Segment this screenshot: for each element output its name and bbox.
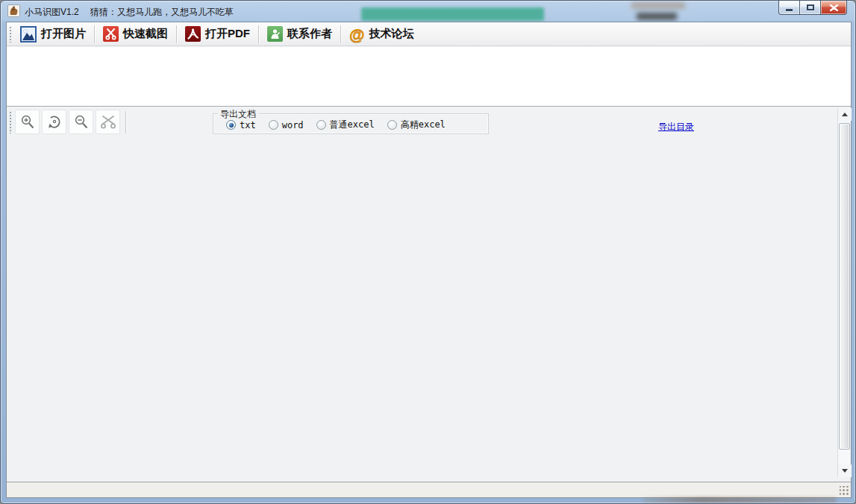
quick-screenshot-label: 快速截图: [123, 27, 168, 41]
client-area: 打开图片 快速截图: [6, 22, 852, 498]
window-subtitle: 猜猜：又想马儿跑，又想马儿不吃草: [90, 6, 234, 19]
radio-hiprecision-excel[interactable]: 高精excel: [387, 119, 446, 131]
cut-button[interactable]: [96, 110, 120, 134]
contact-author-icon: [267, 26, 283, 42]
tech-forum-at-icon: @: [349, 26, 364, 42]
radio-word-label: word: [282, 120, 304, 130]
maximize-icon: [807, 4, 814, 10]
open-image-label: 打开图片: [41, 27, 86, 41]
open-image-button[interactable]: 打开图片: [14, 23, 92, 45]
resize-grip[interactable]: [840, 486, 849, 496]
radio-circle-icon: [316, 120, 326, 130]
vertical-scrollbar[interactable]: [837, 108, 851, 477]
toolbar-separator: [340, 25, 341, 43]
export-directory-link[interactable]: 导出目录: [658, 121, 694, 133]
open-image-icon: [20, 26, 37, 42]
minimize-button[interactable]: [778, 1, 800, 15]
cut-icon: [99, 113, 117, 131]
zoom-out-icon: [73, 114, 90, 130]
tech-forum-button[interactable]: @ 技术论坛: [343, 23, 419, 45]
image-toolbar: [7, 110, 126, 134]
maximize-button[interactable]: [800, 1, 821, 15]
quick-screenshot-button[interactable]: 快速截图: [97, 23, 174, 45]
radio-word[interactable]: word: [269, 120, 304, 130]
quick-screenshot-icon: [103, 26, 119, 42]
toolbar-separator: [258, 25, 259, 43]
main-toolbar: 打开图片 快速截图: [7, 22, 851, 46]
open-pdf-label: 打开PDF: [205, 27, 250, 41]
image-toolbar-grip[interactable]: [9, 111, 12, 133]
scrollbar-thumb[interactable]: [839, 123, 850, 450]
scroll-up-button[interactable]: [838, 108, 852, 121]
rotate-button[interactable]: [42, 110, 66, 134]
scroll-down-arrow-icon: [842, 469, 848, 473]
zoom-out-button[interactable]: [69, 110, 93, 134]
rotate-icon: [46, 113, 63, 131]
radio-normal-excel-label: 普通excel: [330, 119, 375, 131]
minimize-icon: [786, 9, 793, 11]
radio-normal-excel[interactable]: 普通excel: [316, 119, 375, 131]
toolbar-separator: [94, 25, 95, 43]
window-title: 小马识图V1.2: [25, 6, 79, 19]
open-pdf-icon: [185, 26, 201, 42]
app-logo-icon: [7, 4, 20, 17]
open-pdf-button[interactable]: 打开PDF: [179, 23, 256, 45]
statusbar: [7, 482, 851, 497]
scroll-up-arrow-icon: [842, 113, 848, 116]
close-button[interactable]: [821, 1, 847, 15]
window-controls: [778, 1, 847, 15]
contact-author-button[interactable]: 联系作者: [261, 23, 338, 45]
workspace: 导出文档 txt word 普通excel: [7, 107, 851, 482]
desktop-bleed-gray: [631, 2, 685, 9]
app-window: 小马识图V1.2 猜猜：又想马儿跑，又想马儿不吃草: [0, 0, 856, 504]
toolbar-grip[interactable]: [9, 26, 12, 42]
radio-hiprecision-excel-label: 高精excel: [401, 119, 446, 131]
image-preview-panel: [7, 47, 851, 107]
zoom-in-icon: [19, 114, 36, 130]
radio-circle-icon: [269, 120, 278, 130]
radio-txt[interactable]: txt: [226, 120, 256, 130]
desktop-bleed-dark: [637, 13, 677, 20]
contact-author-label: 联系作者: [287, 27, 332, 41]
titlebar[interactable]: 小马识图V1.2 猜猜：又想马儿跑，又想马儿不吃草: [1, 1, 856, 22]
tech-forum-label: 技术论坛: [369, 27, 413, 41]
image-toolbar-separator: [125, 111, 126, 133]
radio-circle-icon: [226, 120, 236, 130]
radio-circle-icon: [387, 120, 397, 130]
desktop-bleed-green: [361, 7, 544, 21]
zoom-in-button[interactable]: [15, 110, 40, 134]
radio-txt-label: txt: [240, 120, 256, 130]
export-format-radios: txt word 普通excel 高精excel: [226, 119, 458, 131]
close-icon: [830, 4, 838, 11]
export-document-group: 导出文档 txt word 普通excel: [213, 113, 489, 134]
scroll-down-button[interactable]: [838, 464, 852, 477]
desktop-bleed-bottom: [643, 497, 837, 503]
toolbar-separator: [176, 25, 177, 43]
